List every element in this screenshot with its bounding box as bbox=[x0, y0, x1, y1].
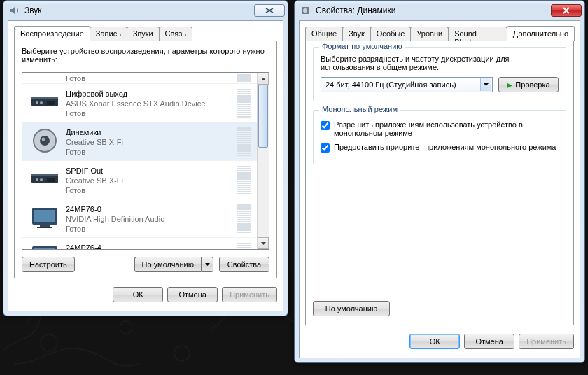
scroll-track[interactable] bbox=[258, 85, 269, 237]
scroll-thumb[interactable] bbox=[258, 85, 268, 148]
restore-defaults-button[interactable]: По умолчанию bbox=[313, 301, 390, 316]
device-status: Готов bbox=[66, 108, 237, 118]
level-meter bbox=[237, 126, 251, 157]
apply-button[interactable]: Применить bbox=[519, 334, 574, 349]
device-icon bbox=[28, 87, 62, 117]
tab-general[interactable]: Общие bbox=[305, 27, 343, 41]
tab-levels[interactable]: Уровни bbox=[410, 27, 449, 41]
window-title: Звук bbox=[24, 6, 254, 15]
set-default-dropdown[interactable] bbox=[201, 257, 214, 272]
svg-rect-7 bbox=[47, 101, 55, 105]
tab-playback[interactable]: Воспроизведение bbox=[14, 26, 90, 41]
svg-rect-13 bbox=[31, 174, 58, 176]
tab-pane: Выберите устройство воспроизведения, пар… bbox=[14, 41, 277, 278]
play-icon: ▶ bbox=[507, 81, 512, 89]
apply-button[interactable]: Применить bbox=[222, 287, 277, 302]
device-row[interactable]: Готов bbox=[22, 73, 257, 84]
device-row[interactable]: Цифровой выходASUS Xonar Essence STX Aud… bbox=[22, 84, 257, 122]
cancel-button[interactable]: Отмена bbox=[167, 287, 218, 302]
dialog-footer: ОК Отмена Применить bbox=[14, 284, 277, 305]
device-row[interactable]: SPDIF OutCreative SB X-FiГотов bbox=[22, 161, 257, 199]
level-meter bbox=[237, 203, 251, 234]
tab-special[interactable]: Особые bbox=[370, 27, 412, 41]
svg-point-2 bbox=[174, 346, 190, 361]
test-label: Проверка bbox=[515, 80, 550, 89]
svg-rect-18 bbox=[34, 210, 55, 222]
svg-point-14 bbox=[36, 178, 38, 181]
group-legend: Монопольный режим bbox=[319, 105, 400, 113]
scroll-down[interactable] bbox=[258, 237, 269, 249]
svg-point-26 bbox=[303, 8, 307, 13]
level-meter bbox=[237, 73, 251, 83]
device-desc: ASUS Xonar Essence STX Audio Device bbox=[66, 99, 237, 108]
device-name: Цифровой выход bbox=[66, 89, 237, 99]
svg-rect-19 bbox=[40, 225, 50, 227]
device-list: ГотовЦифровой выходASUS Xonar Essence ST… bbox=[22, 72, 270, 250]
device-status: Готов bbox=[66, 224, 237, 234]
device-name: 24MP76-4 bbox=[66, 243, 237, 250]
titlebar-sound[interactable]: Звук bbox=[4, 1, 288, 20]
speaker-icon bbox=[300, 5, 312, 16]
properties-window: Свойства: Динамики Общие Звук Особые Уро… bbox=[294, 0, 585, 363]
tab-recording[interactable]: Запись bbox=[90, 27, 127, 41]
tab-advanced[interactable]: Дополнительно bbox=[507, 26, 575, 41]
svg-rect-20 bbox=[37, 227, 52, 228]
svg-rect-4 bbox=[31, 97, 58, 99]
level-meter bbox=[237, 87, 251, 119]
svg-point-1 bbox=[120, 321, 132, 334]
device-icon bbox=[28, 164, 62, 194]
exclusive-allow-label: Разрешить приложениям использовать устро… bbox=[334, 120, 559, 137]
device-icon bbox=[28, 126, 62, 155]
tab-sound[interactable]: Звук bbox=[342, 27, 371, 41]
window-title: Свойства: Динамики bbox=[316, 6, 551, 15]
properties-button[interactable]: Свойства bbox=[219, 257, 270, 272]
tab-comm[interactable]: Связь bbox=[159, 27, 192, 41]
sound-window: Звук Воспроизведение Запись Звуки Связь … bbox=[3, 0, 288, 316]
group-legend: Формат по умолчанию bbox=[319, 42, 405, 50]
format-select[interactable]: 24 бит, 44100 Гц (Студийная запись) bbox=[321, 77, 493, 92]
device-status: Готов bbox=[66, 185, 237, 195]
device-name: Динамики bbox=[66, 127, 237, 137]
set-default-button[interactable]: По умолчанию bbox=[134, 257, 201, 272]
tab-soundblaster[interactable]: Sound Blaster bbox=[448, 27, 507, 41]
device-desc: Creative SB X-Fi bbox=[66, 176, 237, 185]
test-button[interactable]: ▶Проверка bbox=[498, 77, 559, 92]
window-body: Общие Звук Особые Уровни Sound Blaster Д… bbox=[299, 20, 580, 358]
svg-point-10 bbox=[40, 136, 50, 146]
tabs-props: Общие Звук Особые Уровни Sound Blaster Д… bbox=[305, 26, 574, 41]
ok-button[interactable]: ОК bbox=[113, 287, 163, 302]
dialog-footer: ОК Отмена Применить bbox=[305, 331, 574, 352]
svg-point-0 bbox=[41, 334, 57, 351]
device-row[interactable]: 24MP76-0NVIDIA High Definition AudioГото… bbox=[22, 199, 257, 238]
device-icon bbox=[28, 241, 62, 249]
exclusive-priority-label: Предоставить приоритет приложениям моноп… bbox=[334, 143, 559, 153]
titlebar-props[interactable]: Свойства: Динамики bbox=[295, 1, 584, 20]
ok-button[interactable]: ОК bbox=[410, 334, 460, 349]
device-row[interactable]: ДинамикиCreative SB X-FiГотов bbox=[22, 122, 257, 161]
configure-button[interactable]: Настроить bbox=[22, 257, 75, 272]
chevron-down-icon bbox=[480, 78, 491, 91]
tabs-sound: Воспроизведение Запись Звуки Связь bbox=[14, 26, 277, 41]
svg-rect-16 bbox=[47, 178, 55, 182]
level-meter bbox=[237, 164, 251, 196]
svg-point-5 bbox=[36, 101, 38, 104]
device-status: Готов bbox=[66, 147, 237, 157]
level-meter bbox=[237, 241, 251, 249]
svg-rect-22 bbox=[34, 248, 55, 249]
scrollbar[interactable] bbox=[257, 73, 269, 249]
device-row[interactable]: 24MP76-4NVIDIA High Definition AudioГото… bbox=[22, 238, 257, 249]
close-button[interactable] bbox=[551, 4, 582, 17]
instruction-text: Выберите устройство воспроизведения, пар… bbox=[15, 41, 276, 68]
exclusive-allow-checkbox[interactable] bbox=[321, 121, 330, 130]
cancel-button[interactable]: Отмена bbox=[464, 334, 514, 349]
scroll-up[interactable] bbox=[258, 73, 269, 85]
close-button[interactable] bbox=[254, 4, 285, 17]
exclusive-priority-checkbox[interactable] bbox=[321, 143, 330, 153]
svg-point-15 bbox=[40, 178, 43, 181]
svg-point-11 bbox=[42, 138, 46, 141]
device-icon bbox=[28, 203, 62, 232]
tab-sounds[interactable]: Звуки bbox=[127, 27, 160, 41]
device-actions: Настроить По умолчанию Свойства bbox=[22, 255, 270, 274]
device-name: SPDIF Out bbox=[66, 166, 237, 176]
set-default-split: По умолчанию bbox=[134, 257, 214, 272]
